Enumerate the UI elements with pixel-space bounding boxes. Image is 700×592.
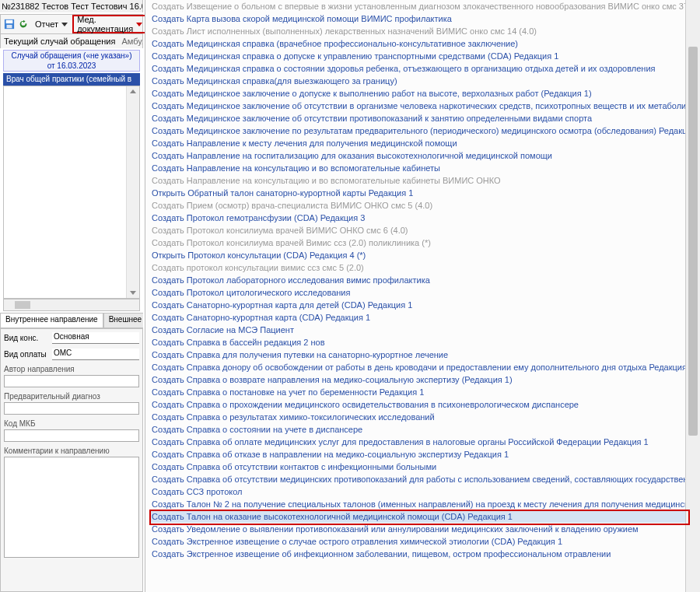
menu-item[interactable]: Создать Медицинская справка о допуске к … (150, 50, 686, 62)
svg-rect-2 (7, 25, 12, 28)
form-pane: Вид конс. Основная Вид оплаты ОМС Автор … (0, 328, 143, 592)
med-doc-dropdown: Создать Извещение о больном с впервые в … (145, 0, 700, 592)
menu-item[interactable]: Создать Медицинское заключение по резуль… (150, 124, 686, 137)
report-label: Отчет (35, 19, 58, 29)
chevron-down-icon (136, 23, 142, 26)
preddiag-input[interactable] (4, 402, 139, 415)
med-doc-label: Мед. документация (77, 15, 133, 33)
tab-internal-referral[interactable]: Внутреннее направление (0, 313, 103, 328)
author-label: Автор направления (4, 365, 139, 373)
menu-item: Создать Извещение о больном с впервые в … (150, 0, 686, 12)
menu-item[interactable]: Открыть Протокол консультации (CDA) Реда… (150, 249, 686, 261)
menu-item[interactable]: Создать Справка донору об освобождении о… (150, 361, 686, 373)
menu-item[interactable]: Создать Санаторно-курортная карта (CDA) … (150, 311, 686, 324)
menu-item[interactable]: Создать Cправка в бассейн редакция 2 нов (150, 336, 686, 349)
menu-item[interactable]: Создать Талон № 2 на получение специальн… (150, 498, 686, 510)
list-pane (3, 86, 140, 299)
menu-item[interactable]: Создать Уведомление о выявлении противоп… (150, 523, 686, 535)
mkb-input[interactable] (4, 429, 139, 442)
menu-item[interactable]: Создать Справка для получения путевки на… (150, 349, 686, 361)
scroll-thumb[interactable] (15, 301, 30, 309)
vidoplaty-field[interactable]: ОМС (52, 349, 139, 360)
author-input[interactable] (4, 375, 139, 387)
menu-item[interactable]: Создать Санаторно-курортная карта для де… (150, 299, 686, 311)
svg-rect-1 (6, 20, 13, 23)
menu-item[interactable]: Создать ССЗ протокол (150, 485, 686, 498)
vidkons-label: Вид конс. (4, 334, 52, 342)
toolbar: Отчет Мед. документация (0, 14, 143, 34)
menu-item[interactable]: Создать Справка о результатах химико-ток… (150, 411, 686, 423)
menu-item[interactable]: Создать Протокол цитологического исследо… (150, 286, 686, 299)
menu-item: Создать Прием (осмотр) врача-специалиста… (150, 199, 686, 212)
case-line2: от 16.03.2023 (4, 61, 139, 71)
med-doc-button[interactable]: Мед. документация (72, 15, 147, 33)
menu-item[interactable]: Создать Медицинская справка о состоянии … (150, 62, 686, 75)
menu-item: Создать Направление на консультацию и во… (150, 174, 686, 187)
menu-item[interactable]: Открыть Обратный талон санаторно-курортн… (150, 187, 686, 199)
current-case-label: Текущий случай обращения (4, 37, 115, 46)
menu-list: Создать Извещение о больном с впервые в … (150, 0, 686, 592)
preddiag-label: Предварительный диагноз (4, 392, 139, 401)
menu-item[interactable]: Создать Медицинская справка (врачебное п… (150, 37, 686, 50)
vidkons-field[interactable]: Основная (52, 332, 139, 344)
scroll-thumb[interactable] (688, 47, 698, 436)
tab-external-referral[interactable]: Внешнее на (103, 313, 143, 328)
menu-item: Создать Протокол консилиума врачей Вимис… (150, 236, 686, 249)
case-line1: Случай обращения («не указан») (4, 51, 139, 61)
menu-item[interactable]: Создать Справка о прохождении медицинско… (150, 398, 686, 411)
menu-item[interactable]: Создать Медицинская справка(для выезжающ… (150, 75, 686, 87)
menu-item: Создать Лист исполненных (выполненных) л… (150, 25, 686, 37)
menu-item[interactable]: Создать Согласие на МСЭ Пациент (150, 324, 686, 336)
menu-item[interactable]: Создать Протокол гемотрансфузии (CDA) Ре… (150, 212, 686, 224)
save-icon[interactable] (4, 18, 15, 30)
refresh-icon[interactable] (18, 18, 29, 30)
sub-toolbar: Текущий случай обращения Амбулаторн (0, 34, 143, 48)
menu-item[interactable]: Создать Медицинское заключение об отсутс… (150, 112, 686, 124)
menu-item[interactable]: Создать Справка о возврате направления н… (150, 373, 686, 386)
menu-item: Создать Протокол консилиума врачей ВИМИС… (150, 224, 686, 236)
menu-item[interactable]: Создать Направление к месту лечения для … (150, 137, 686, 149)
menu-item[interactable]: Создать Направление на госпитализацию дл… (150, 149, 686, 162)
menu-scrollbar[interactable] (685, 0, 700, 592)
title-bar: №231882 Тестов Тест Тестович 16.07.201 (0, 0, 143, 12)
doctor-row[interactable]: Врач общей практики (семейный в (3, 73, 140, 86)
menu-item[interactable]: Создать Карта вызова скорой медицинской … (150, 12, 686, 25)
vertical-scrollbar[interactable] (126, 86, 139, 298)
comments-textarea[interactable] (4, 457, 139, 558)
report-button[interactable]: Отчет (32, 16, 71, 32)
menu-item[interactable]: Создать Протокол лабораторного исследова… (150, 274, 686, 286)
menu-item[interactable]: Создать Справка об оплате медицинских ус… (150, 436, 686, 448)
menu-item[interactable]: Создать Экстренное извещение об инфекцио… (150, 548, 686, 560)
horizontal-scrollbar[interactable] (3, 299, 140, 311)
menu-item[interactable]: Создать Направление на консультацию и во… (150, 162, 686, 174)
menu-item[interactable]: Создать Справка об отсутствии медицински… (150, 473, 686, 485)
mkb-label: Код МКБ (4, 419, 139, 428)
comments-label: Комментарии к направлению (4, 447, 139, 455)
case-box[interactable]: Случай обращения («не указан») от 16.03.… (3, 50, 140, 72)
menu-item[interactable]: Создать Медицинское заключение об отсутс… (150, 100, 686, 112)
menu-item[interactable]: Создать Справка о состоянии на учете в д… (150, 423, 686, 436)
menu-item[interactable]: Создать Медицинское заключение о допуске… (150, 87, 686, 100)
menu-item[interactable]: Создать Справка о постановке на учет по … (150, 386, 686, 398)
amb-label: Амбулаторн (121, 37, 143, 46)
tab-bar: Внутреннее направление Внешнее на (0, 313, 143, 328)
vidoplaty-label: Вид оплаты (4, 350, 52, 359)
menu-item[interactable]: Создать Талон на оказание высокотехнолог… (150, 510, 686, 523)
menu-item[interactable]: Создать Справка об отсутствии контактов … (150, 461, 686, 473)
menu-item[interactable]: Создать Экстренное извещение о случае ос… (150, 535, 686, 548)
menu-item: Создать протокол консультации вимис ссз … (150, 261, 686, 274)
chevron-down-icon (61, 23, 68, 26)
menu-item[interactable]: Создать Справка об отказе в направлении … (150, 448, 686, 461)
